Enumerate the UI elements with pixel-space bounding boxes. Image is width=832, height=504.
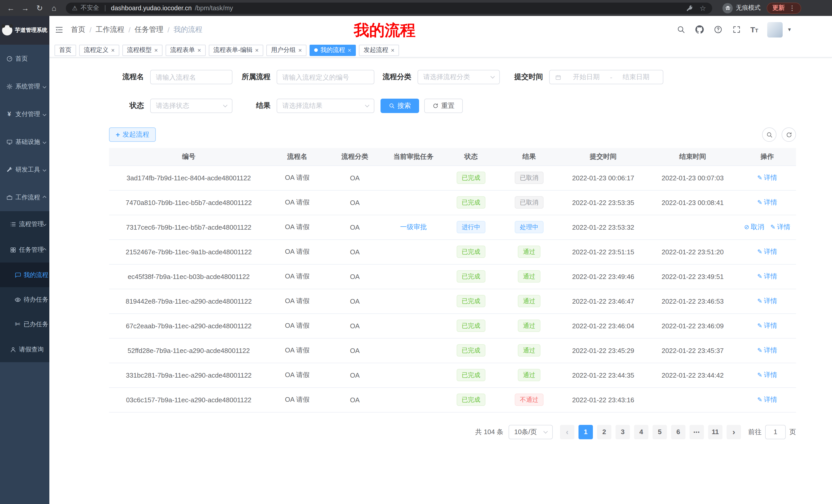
cell-current-task xyxy=(384,240,443,264)
tab-close-icon[interactable]: × xyxy=(347,47,351,53)
pager-next-button[interactable]: › xyxy=(727,425,741,439)
column-header: 操作 xyxy=(738,148,796,165)
avatar-caret-icon[interactable]: ▾ xyxy=(788,26,791,33)
breadcrumb-separator: / xyxy=(129,25,131,34)
category-select[interactable]: 请选择流程分类 xyxy=(418,70,500,84)
address-bar[interactable]: ⚠ 不安全 dashboard.yudao.iocoder.cn /bpm/ta… xyxy=(66,2,712,13)
detail-link[interactable]: ✎详情 xyxy=(757,370,777,380)
status-select[interactable]: 请选择状态 xyxy=(150,99,232,113)
detail-link[interactable]: ✎详情 xyxy=(757,272,777,281)
create-process-button[interactable]: + 发起流程 xyxy=(109,128,156,142)
browser-forward-icon[interactable]: → xyxy=(19,1,32,15)
detail-link[interactable]: ✎详情 xyxy=(757,247,777,256)
sidebar-item-task-mgmt[interactable]: 任务管理 xyxy=(0,237,49,262)
detail-link[interactable]: ✎详情 xyxy=(757,395,777,404)
help-icon[interactable] xyxy=(713,25,723,34)
sidebar-item-process-mgmt[interactable]: 流程管理 xyxy=(0,211,49,237)
owner-process-input[interactable] xyxy=(277,70,374,84)
cell-category: OA xyxy=(326,363,384,387)
cell-status: 已完成 xyxy=(443,289,499,313)
tab-item-5[interactable]: 用户分组× xyxy=(266,45,307,56)
pager-page-4[interactable]: 4 xyxy=(634,425,648,439)
password-key-icon[interactable] xyxy=(685,4,695,11)
tab-close-icon[interactable]: × xyxy=(391,47,394,53)
tab-label: 用户分组 xyxy=(271,46,296,54)
browser-reload-icon[interactable]: ↻ xyxy=(33,1,46,15)
pager-page-3[interactable]: 3 xyxy=(616,425,630,439)
sidebar-toggle-icon[interactable] xyxy=(53,24,65,35)
date-end-placeholder: 结束日期 xyxy=(614,73,658,82)
sidebar-item-done-tasks[interactable]: ✄已办任务 xyxy=(0,312,49,337)
reset-button[interactable]: 重置 xyxy=(424,99,463,113)
tab-close-icon[interactable]: × xyxy=(111,47,115,53)
sidebar-item-infra[interactable]: 基础设施 xyxy=(0,128,49,156)
pager-prev-button[interactable]: ‹ xyxy=(560,425,574,439)
edit-icon: ✎ xyxy=(757,298,762,305)
submit-time-range-picker[interactable]: 开始日期 - 结束日期 xyxy=(549,70,663,84)
action-label: 详情 xyxy=(764,198,777,207)
toggle-search-icon[interactable] xyxy=(762,128,777,142)
tab-item-1[interactable]: 流程定义× xyxy=(79,45,119,56)
pager-page-1[interactable]: 1 xyxy=(578,425,593,439)
sidebar-item-devtools[interactable]: 研发工具 xyxy=(0,156,49,184)
pager-page-11[interactable]: 11 xyxy=(708,425,723,439)
pager-page-6[interactable]: 6 xyxy=(671,425,685,439)
annotation-text: 我的流程 xyxy=(354,20,415,41)
current-task-link[interactable]: 一级审批 xyxy=(400,223,427,231)
fullscreen-icon[interactable] xyxy=(732,25,741,34)
github-icon[interactable] xyxy=(695,25,704,34)
breadcrumb-item[interactable]: 任务管理 xyxy=(135,25,163,34)
pager-page-5[interactable]: 5 xyxy=(653,425,667,439)
sidebar-item-home[interactable]: 首页 xyxy=(0,45,49,73)
sidebar-item-leave-query[interactable]: 请假查询 xyxy=(0,337,49,362)
tab-item-6[interactable]: 我的流程× xyxy=(310,45,356,56)
app-logo[interactable]: 芋道管理系统 xyxy=(0,16,49,45)
process-name-label: 流程名 xyxy=(109,73,144,82)
browser-back-icon[interactable]: ← xyxy=(4,1,18,15)
pager-more[interactable]: ••• xyxy=(690,425,704,439)
cell-status: 已完成 xyxy=(443,165,499,190)
search-button[interactable]: 搜索 xyxy=(381,99,419,113)
detail-link[interactable]: ✎详情 xyxy=(757,198,777,207)
tab-close-icon[interactable]: × xyxy=(154,47,158,53)
tab-close-icon[interactable]: × xyxy=(198,47,201,53)
cell-current-task xyxy=(384,289,443,313)
tab-close-icon[interactable]: × xyxy=(255,47,259,53)
edit-icon: ✎ xyxy=(757,273,762,280)
tab-item-0[interactable]: 首页 xyxy=(54,45,76,56)
user-avatar[interactable] xyxy=(768,22,783,37)
browser-update-button[interactable]: 更新 ⋮ xyxy=(767,2,801,13)
process-name-input[interactable] xyxy=(150,70,232,84)
refresh-icon[interactable] xyxy=(782,128,796,142)
detail-link[interactable]: ✎详情 xyxy=(757,297,777,306)
tab-item-7[interactable]: 发起流程× xyxy=(359,45,399,56)
pager-page-2[interactable]: 2 xyxy=(597,425,612,439)
sidebar-item-workflow[interactable]: 工作流程 xyxy=(0,184,49,211)
tab-item-4[interactable]: 流程表单-编辑× xyxy=(209,45,263,56)
cancel-link[interactable]: ⊘取消 xyxy=(744,222,764,232)
detail-link[interactable]: ✎详情 xyxy=(757,321,777,330)
result-select[interactable]: 请选择流结果 xyxy=(277,99,374,113)
tab-close-icon[interactable]: × xyxy=(298,47,302,53)
sidebar-item-payment[interactable]: ¥支付管理 xyxy=(0,100,49,128)
sidebar-item-todo-tasks[interactable]: 待办任务 xyxy=(0,287,49,312)
goto-page-input[interactable] xyxy=(765,425,786,439)
breadcrumb-item[interactable]: 工作流程 xyxy=(96,25,125,34)
sidebar-item-my-process[interactable]: 我的流程 xyxy=(0,262,49,287)
detail-link[interactable]: ✎详情 xyxy=(757,346,777,355)
detail-link[interactable]: ✎详情 xyxy=(770,222,790,232)
page-size-select[interactable]: 10条/页 xyxy=(509,425,553,439)
detail-link[interactable]: ✎详情 xyxy=(757,173,777,183)
cell-category: OA xyxy=(326,240,384,264)
search-icon[interactable] xyxy=(676,25,685,34)
tab-item-3[interactable]: 流程表单× xyxy=(165,45,206,56)
font-size-icon[interactable]: TT xyxy=(750,26,758,33)
browser-home-icon[interactable]: ⌂ xyxy=(47,1,61,15)
chevron-down-icon xyxy=(223,103,228,107)
sidebar-item-system[interactable]: 系统管理 xyxy=(0,73,49,100)
breadcrumb-item[interactable]: 首页 xyxy=(71,25,85,34)
tab-label: 发起流程 xyxy=(364,46,388,54)
browser-menu-icon[interactable]: ⋮ xyxy=(789,4,796,12)
bookmark-star-icon[interactable]: ☆ xyxy=(700,4,706,12)
tab-item-2[interactable]: 流程模型× xyxy=(122,45,162,56)
